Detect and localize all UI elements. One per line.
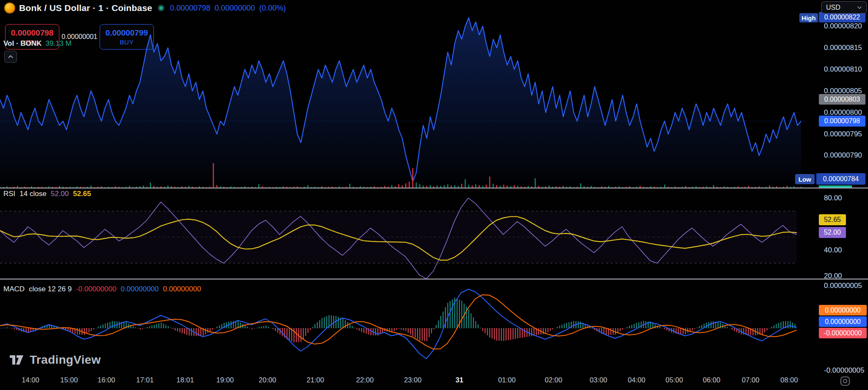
macd-legend: MACD close 12 26 9 -0.00000000 0.0000000… [3,285,201,293]
macd-axis-label: -0.00000005 [824,366,864,375]
time-label: 04:00 [628,376,645,384]
time-label: 14:00 [22,376,39,384]
time-label: 02:00 [545,376,562,384]
timezone-clock-button[interactable] [839,375,851,387]
collapse-pane-button[interactable] [4,51,17,63]
rsi-legend: RSI 14 close 52.00 52.65 [3,190,91,198]
symbol-header: Bonk / US Dollar · 1 · Coinbase 0.000007… [4,3,286,14]
macd-signal-value: 0.00000000 [163,285,201,293]
rsi-axis-label: 40.00 [824,246,842,254]
buy-label: BUY [120,39,134,46]
volume-scale-marker [819,185,852,188]
time-label: 17:01 [136,376,153,384]
time-label: 21:00 [306,376,324,384]
rsi-ma-badge: 52.65 [819,214,846,225]
volume-label[interactable]: Vol · BONK [3,39,42,48]
rsi-value: 52.00 [51,190,69,198]
macd-axis-label: 0.00000005 [824,282,862,290]
tradingview-logo[interactable]: TradingView [8,353,101,367]
time-label: 05:00 [665,376,683,384]
time-label: 31 [456,376,463,384]
time-scale[interactable] [0,371,868,390]
time-label: 20:00 [259,376,276,384]
last-price-badge: 0.00000798 [819,116,865,127]
macd-params: close 12 26 9 [29,285,72,293]
currency-value: USD [826,4,840,11]
time-label: 08:00 [780,376,798,384]
macd-title[interactable]: MACD [3,285,25,293]
sell-price: 0.00000798 [11,28,53,38]
last-price: 0.00000798 [170,4,210,13]
time-label: 15:00 [60,376,78,384]
price-change-percent: (0.00%) [259,4,286,13]
time-label: 18:01 [176,376,194,384]
rsi-axis-label: 80.00 [824,194,842,202]
chevron-down-icon [857,6,862,9]
time-label: 03:00 [590,376,607,384]
time-label: 06:00 [703,376,720,384]
symbol-title[interactable]: Bonk / US Dollar · 1 · Coinbase [19,3,152,13]
pane-separator-rsi-macd[interactable] [0,279,868,279]
chart-canvas[interactable] [0,0,868,390]
pane-separator-price-rsi[interactable] [0,188,868,188]
time-label: 07:00 [742,376,759,384]
rsi-params: 14 close [19,190,46,198]
macd-line-value: 0.00000000 [121,285,159,293]
buy-price: 0.00000799 [106,28,148,38]
rsi-title[interactable]: RSI [3,190,15,198]
high-badge-label: High [799,13,818,22]
rsi-ma-value: 52.65 [73,190,91,198]
clock-icon [840,376,850,386]
time-label: 16:00 [97,376,115,384]
time-label: 01:00 [498,376,515,384]
time-label: 19:00 [216,376,234,384]
tradingview-logo-icon [8,354,25,366]
tradingview-logo-text: TradingView [30,353,101,367]
macd-signal-badge: 0.00000000 [819,305,867,315]
price-axis-label: 0.00000815 [824,44,862,52]
prev-close-badge: 0.00000803 [819,94,865,105]
bonk-coin-icon [4,3,15,14]
buy-button[interactable]: 0.00000799 BUY [100,24,154,50]
macd-line-badge: 0.00000000 [819,316,867,327]
rsi-badge: 52.00 [819,227,846,238]
price-change: 0.00000000 [214,4,255,13]
market-status-icon [158,5,164,11]
price-axis-label: 0.00000810 [824,65,862,74]
price-axis-label: 0.00000795 [824,130,862,138]
chevron-up-icon [8,55,14,59]
volume-legend: Vol · BONK 39.13 M [3,39,72,48]
time-label: 22:00 [356,376,373,384]
currency-dropdown[interactable]: USD [821,1,867,14]
price-axis-label: 0.00000820 [824,22,862,30]
low-badge-value: 0.00000784 [816,173,865,185]
volume-value: 39.13 M [45,39,71,48]
tradingview-chart-window: Bonk / US Dollar · 1 · Coinbase 0.000007… [0,0,868,390]
price-axis-label: 0.00000790 [824,151,862,160]
time-label: 23:00 [404,376,421,384]
macd-hist-value: -0.00000000 [76,285,116,293]
macd-hist-badge: -0.00000000 [819,328,867,338]
low-badge-label: Low [795,174,815,184]
